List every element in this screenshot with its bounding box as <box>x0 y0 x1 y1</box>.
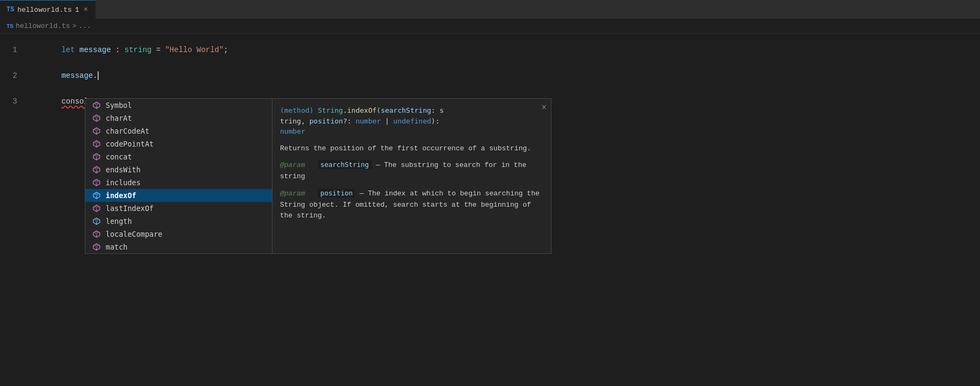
svg-marker-13 <box>93 154 100 157</box>
cursor <box>98 71 99 80</box>
doc-description-text: Returns the position of the first occurr… <box>280 144 531 152</box>
doc-param1-dash: — The substring to search for in the str… <box>280 161 526 180</box>
autocomplete-item-localeCompare[interactable]: localeCompare <box>85 228 272 241</box>
editor-line-2[interactable]: 2 message. <box>0 63 980 89</box>
concat-icon <box>92 152 101 162</box>
svg-marker-28 <box>93 218 100 222</box>
includes-icon <box>92 178 101 187</box>
item-label-codePointAt: codePointAt <box>106 140 153 148</box>
editor-line-1[interactable]: 1 let message : string = "Hello World"; <box>0 37 980 63</box>
localeCompare-icon <box>92 229 101 239</box>
autocomplete-item-endsWith[interactable]: endsWith <box>85 163 272 176</box>
doc-pipe: | <box>381 117 393 125</box>
autocomplete-item-charCodeAt[interactable]: charCodeAt <box>85 125 272 137</box>
item-label-lastIndexOf: lastIndexOf <box>106 204 153 213</box>
token-string-type: string <box>124 46 151 54</box>
tab-ts-label: TS <box>6 6 14 13</box>
doc-param2-section: @param position — The index at which to … <box>280 188 543 222</box>
token-colon: : <box>111 46 124 54</box>
token-dot2: . <box>93 71 97 80</box>
breadcrumb: TS helloworld.ts > ... <box>0 19 980 34</box>
doc-sig-cont1: tring, <box>280 117 310 125</box>
svg-marker-31 <box>93 231 100 235</box>
token-equals: = <box>151 46 165 54</box>
symbol-icon <box>92 100 101 110</box>
token-let: let <box>61 46 79 54</box>
match-icon <box>92 242 101 252</box>
charCodeAt-icon <box>92 126 101 136</box>
svg-marker-4 <box>93 115 100 119</box>
token-message2: message <box>61 71 93 80</box>
doc-param1-section: @param searchString — The substring to s… <box>280 159 543 183</box>
line-number-1: 1 <box>0 46 26 54</box>
doc-number-type: number <box>356 117 381 125</box>
tab-close-button[interactable]: × <box>83 4 89 15</box>
doc-return-type: number <box>280 127 305 135</box>
item-label-match: match <box>106 243 128 251</box>
doc-panel: × (method) String.indexOf(searchString: … <box>272 98 551 254</box>
autocomplete-list[interactable]: Symbol charAt <box>85 98 272 254</box>
breadcrumb-ts-label: TS <box>6 23 13 30</box>
svg-marker-25 <box>93 205 100 209</box>
editor: 1 let message : string = "Hello World"; … <box>0 34 980 114</box>
item-label-localeCompare: localeCompare <box>106 230 163 238</box>
item-label-includes: includes <box>106 178 141 187</box>
item-label-endsWith: endsWith <box>106 165 141 174</box>
breadcrumb-filename[interactable]: helloworld.ts <box>16 22 70 30</box>
doc-param1-name: searchString <box>318 160 371 169</box>
doc-undefined-type: undefined <box>393 117 431 125</box>
svg-marker-10 <box>93 141 100 144</box>
item-label-Symbol: Symbol <box>106 101 132 110</box>
token-hello-world: "Hello World" <box>165 46 224 54</box>
doc-close-button[interactable]: × <box>541 103 547 113</box>
token-message: message <box>79 46 111 54</box>
doc-param2-at: @param <box>280 190 305 198</box>
breadcrumb-separator: > <box>72 22 77 30</box>
token-semicolon1: ; <box>224 46 228 54</box>
autocomplete-item-match[interactable]: match <box>85 241 272 253</box>
line-number-3: 3 <box>0 97 26 106</box>
doc-signature: (method) String.indexOf(searchString: s … <box>280 105 543 137</box>
line-content-1: let message : string = "Hello World"; <box>26 37 980 63</box>
doc-sig-optional: ?: <box>343 117 355 125</box>
svg-marker-34 <box>93 244 100 247</box>
autocomplete-item-charAt[interactable]: charAt <box>85 112 272 125</box>
doc-indexof-method: indexOf <box>347 106 377 114</box>
line-number-2: 2 <box>0 71 26 80</box>
doc-param-searchstring: searchString <box>381 106 431 114</box>
doc-paren-open: ( <box>377 106 381 114</box>
autocomplete-item-codePointAt[interactable]: codePointAt <box>85 137 272 150</box>
autocomplete-item-indexOf[interactable]: indexOf <box>85 189 272 202</box>
tab-filename: helloworld.ts <box>17 6 71 14</box>
autocomplete-item-lastIndexOf[interactable]: lastIndexOf <box>85 202 272 215</box>
line-content-2: message. <box>26 63 980 89</box>
svg-marker-19 <box>93 179 100 183</box>
svg-marker-7 <box>93 128 100 132</box>
doc-param-position: position <box>310 117 343 125</box>
autocomplete-item-Symbol[interactable]: Symbol <box>85 99 272 112</box>
endsWith-icon <box>92 165 101 174</box>
autocomplete-item-length[interactable]: length <box>85 215 272 228</box>
doc-param2-name: position <box>318 188 355 198</box>
item-label-charAt: charAt <box>106 114 132 122</box>
doc-description: Returns the position of the first occurr… <box>280 143 543 155</box>
svg-marker-1 <box>93 102 100 106</box>
tab-modified-badge: 1 <box>75 6 79 14</box>
autocomplete-item-concat[interactable]: concat <box>85 150 272 163</box>
codePointAt-icon <box>92 139 101 149</box>
item-label-indexOf: indexOf <box>106 191 136 200</box>
breadcrumb-path[interactable]: ... <box>78 22 91 30</box>
charAt-icon <box>92 113 101 123</box>
doc-paren-close: ): <box>431 117 440 125</box>
indexOf-icon <box>92 191 101 200</box>
doc-colon: : s <box>431 106 444 114</box>
item-label-concat: concat <box>106 152 132 161</box>
item-label-charCodeAt: charCodeAt <box>106 127 149 135</box>
tab-bar: TS helloworld.ts 1 × <box>0 0 980 19</box>
item-label-length: length <box>106 217 132 225</box>
doc-method-keyword: (method) <box>280 106 314 114</box>
svg-marker-16 <box>93 166 100 170</box>
autocomplete-item-includes[interactable]: includes <box>85 176 272 189</box>
doc-string-class: String <box>318 106 343 114</box>
tab-helloworld[interactable]: TS helloworld.ts 1 × <box>0 0 95 19</box>
